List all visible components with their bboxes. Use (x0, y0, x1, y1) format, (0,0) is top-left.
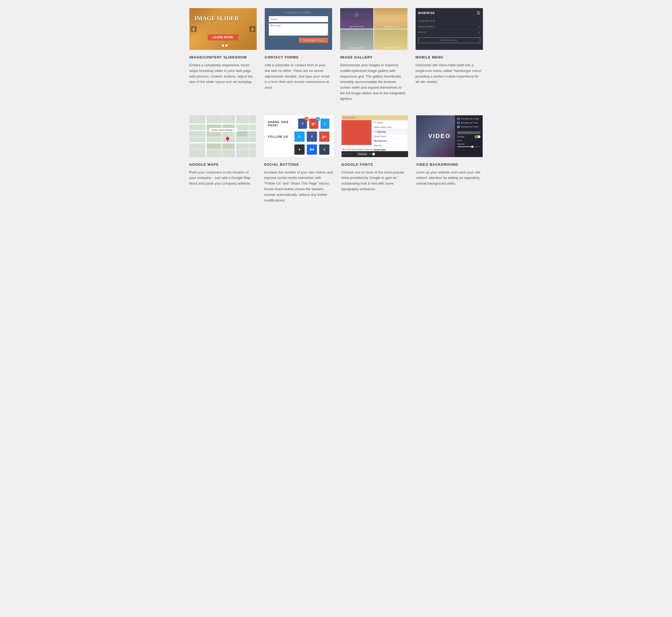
googleplus-share-button[interactable]: g+ 47 (309, 119, 318, 129)
top-grid: IMAGE SLIDER LEARN MORE ❮ ❯ IMAGE/CONTEN… (189, 8, 483, 102)
github-button[interactable]: ♦ (294, 145, 305, 155)
twitter-follow-button[interactable]: t (294, 132, 305, 142)
video-option-bg-image: Background Image (457, 118, 481, 120)
video-preview: VIDEO Background Image Background Color (416, 115, 483, 157)
card-menu: MOBIRISE ☰ OVERVIEW FEATURES ▾ HELP ▾ DO… (416, 8, 483, 102)
gallery-preview-container: Type caption here Type caption here Type… (340, 8, 408, 50)
video-card-desc: Liven up your website and catch your sit… (416, 170, 483, 186)
slider-dots (218, 44, 228, 47)
fonts-font-selector[interactable]: Raleway (357, 152, 368, 156)
font-option-raleway[interactable]: ✓ Raleway (372, 130, 408, 134)
font-option-montserrat[interactable]: Montserrat (372, 139, 408, 143)
menu-card-title: MOBILE MENU (416, 55, 483, 59)
fonts-bottom-bar: ≡ ≡ ≡ ≡ ⋯ Raleway 17 (342, 151, 408, 157)
video-overlay-toggle[interactable] (475, 135, 480, 138)
tumblr-button[interactable]: t (319, 145, 329, 155)
map-road-v4 (249, 115, 249, 157)
contact-preview: CONTACT FORM CONTACT US (265, 8, 332, 50)
menu-download-button[interactable]: DOWNLOAD (418, 37, 480, 43)
share-label: SHARE THIS PAGE! (268, 121, 296, 127)
facebook-follow-button[interactable]: f (307, 132, 317, 142)
font-option-open-sans[interactable]: Open Sans Con... (372, 125, 408, 130)
fonts-red-background (342, 120, 372, 145)
facebook-follow-icon: f (311, 135, 312, 139)
page-wrapper: IMAGE SLIDER LEARN MORE ❮ ❯ IMAGE/CONTEN… (184, 0, 488, 225)
slider-dot-1[interactable] (218, 44, 221, 47)
slider-learn-more-button[interactable]: LEARN MORE (208, 34, 238, 40)
contact-submit-button[interactable]: CONTACT US (299, 38, 328, 43)
gallery-cell-2[interactable]: Type caption here (374, 8, 408, 29)
fonts-align-left-icon[interactable]: ≡ (343, 153, 345, 156)
fonts-toolbar-text: Source Serif... (343, 117, 357, 119)
map-block-4 (236, 132, 247, 136)
maps-card-title: GOOGLE MAPS (189, 163, 256, 167)
slider-dot-2[interactable] (222, 44, 224, 47)
card-contact: CONTACT FORM CONTACT US CONTACT FORMS Ad… (265, 8, 332, 102)
video-opacity-slider (457, 146, 481, 147)
gallery-caption-4: Type caption here (383, 47, 398, 49)
maps-preview: Empire State Building ✕ (189, 115, 256, 157)
fonts-align-right-icon[interactable]: ≡ (348, 153, 350, 156)
fonts-more-icon[interactable]: ⋯ (354, 153, 356, 156)
twitter-follow-icon: t (299, 135, 300, 139)
follow-label: FOLLOW US (268, 135, 292, 138)
font-option-pt-sans[interactable]: PT Sans (372, 121, 408, 125)
card-fonts: Source Serif... PT Sans Open Sans Con...… (342, 115, 408, 203)
fonts-size-value: 17 (369, 153, 371, 155)
fonts-align-center-icon[interactable]: ≡ (346, 153, 347, 156)
map-pin-tail (227, 140, 229, 142)
social-card-desc: Increase the number of your site visitor… (264, 170, 333, 203)
facebook-share-button[interactable]: f 192 (298, 119, 307, 129)
fonts-dropdown: PT Sans Open Sans Con... ✓ Raleway Droid… (372, 120, 408, 153)
card-video: VIDEO Background Image Background Color (416, 115, 483, 203)
video-slider-thumb[interactable] (471, 146, 473, 148)
gallery-card-title: IMAGE GALLERY (340, 55, 408, 59)
video-radio-bg-video[interactable] (457, 126, 460, 128)
slider-next-arrow[interactable]: ❯ (249, 26, 255, 32)
fonts-color-picker[interactable] (372, 153, 375, 156)
fonts-align-justify-icon[interactable]: ≡ (351, 153, 352, 156)
gallery-card-desc: Demonstrate your images in masonry mobil… (340, 62, 408, 102)
slider-dot-3[interactable] (225, 44, 228, 47)
contact-message-input[interactable] (269, 23, 328, 36)
video-slider-fill (457, 146, 471, 147)
video-radio-bg-color[interactable] (457, 122, 460, 124)
video-youtube-url-input[interactable] (457, 131, 481, 134)
gallery-cell-3[interactable]: Type caption here (340, 29, 374, 50)
video-option-bg-video-label: Background Video (461, 126, 479, 128)
slider-preview-container: IMAGE SLIDER LEARN MORE ❮ ❯ (189, 8, 257, 50)
map-road-v1 (206, 115, 207, 157)
video-card-title: VIDEO BACKGROUND (416, 163, 483, 167)
menu-item-overview[interactable]: OVERVIEW (418, 18, 480, 24)
card-maps: Empire State Building ✕ GOOGLE MAPS Poin… (189, 115, 256, 203)
googleplus-follow-icon: g+ (322, 135, 326, 139)
gallery-cell-1[interactable]: Type caption here (340, 8, 374, 29)
menu-item-help[interactable]: HELP ▾ (418, 30, 480, 35)
behance-button[interactable]: Bē (307, 145, 317, 155)
gallery-cell-4[interactable]: Type caption here (374, 29, 408, 50)
font-option-ubuntu[interactable]: Ubuntu (372, 143, 408, 148)
chevron-down-icon: ▾ (479, 26, 480, 28)
map-location-label: Empire State Building ✕ (209, 128, 238, 132)
video-overlay-label: Overlay (457, 136, 465, 138)
video-radio-bg-image[interactable] (457, 118, 460, 120)
fonts-bottom-text: ite in a few clicks! Mobirise helps you … (342, 149, 386, 150)
menu-item-features[interactable]: FEATURES ▾ (418, 24, 480, 30)
slider-prev-arrow[interactable]: ❮ (191, 26, 197, 32)
behance-icon: Bē (310, 147, 314, 152)
map-road-h3 (189, 137, 256, 138)
font-option-droid-sans[interactable]: Droid Sans (372, 134, 408, 139)
social-preview-container: SHARE THIS PAGE! f 192 g+ 47 t (264, 115, 333, 157)
hamburger-icon[interactable]: ☰ (477, 11, 480, 15)
contact-name-input[interactable] (269, 16, 328, 22)
share-row: SHARE THIS PAGE! f 192 g+ 47 t (268, 119, 329, 129)
video-settings-panel: Background Image Background Color Backgr… (455, 115, 483, 157)
tumblr-icon: t (324, 147, 325, 152)
googleplus-follow-button[interactable]: g+ (319, 132, 329, 142)
map-label-close-icon[interactable]: ✕ (234, 129, 235, 131)
twitter-share-button[interactable]: t (320, 119, 329, 129)
facebook-icon: f (302, 122, 303, 126)
video-overlay-row: Overlay (457, 135, 481, 138)
slider-image-title: IMAGE SLIDER (195, 15, 239, 22)
facebook-share-count: 192 (304, 117, 309, 121)
